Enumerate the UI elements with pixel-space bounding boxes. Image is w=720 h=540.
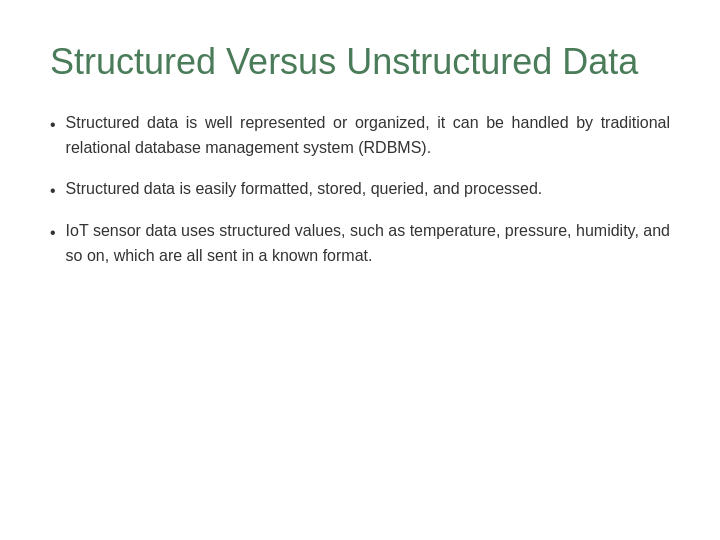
bullet-dot-1: • <box>50 113 56 137</box>
bullet-text-3: IoT sensor data uses structured values, … <box>66 219 670 269</box>
slide-content: • Structured data is well represented or… <box>50 111 670 500</box>
bullet-item-2: • Structured data is easily formatted, s… <box>50 177 670 203</box>
bullet-dot-3: • <box>50 221 56 245</box>
bullet-text-2: Structured data is easily formatted, sto… <box>66 177 543 202</box>
bullet-text-1: Structured data is well represented or o… <box>66 111 670 161</box>
slide-title: Structured Versus Unstructured Data <box>50 40 670 83</box>
bullet-dot-2: • <box>50 179 56 203</box>
bullet-item-3: • IoT sensor data uses structured values… <box>50 219 670 269</box>
slide: Structured Versus Unstructured Data • St… <box>0 0 720 540</box>
bullet-item-1: • Structured data is well represented or… <box>50 111 670 161</box>
